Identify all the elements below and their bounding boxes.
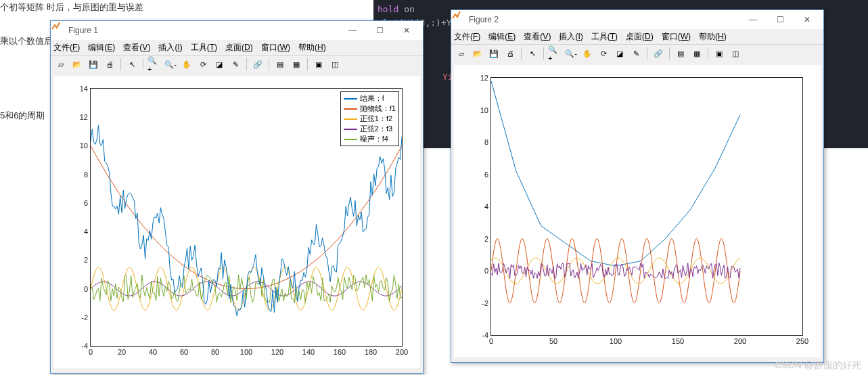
open-icon[interactable]: 📂 bbox=[70, 57, 85, 72]
legend[interactable]: 结果：f抛物线：f1正弦1：f2正弦2：f3噪声：f4 bbox=[340, 91, 399, 146]
x-tick: 200 bbox=[396, 346, 408, 356]
separator bbox=[521, 47, 522, 60]
subplot-icon[interactable]: ▣ bbox=[311, 57, 326, 72]
toolbar: ▱📂💾🖨↖🔍+🔍-✋⟳◪✎🔗▤▦▣◫ bbox=[451, 45, 823, 62]
datatip-icon[interactable]: ◪ bbox=[612, 46, 627, 61]
menu-item[interactable]: 查看(V) bbox=[524, 31, 551, 43]
print-icon[interactable]: 🖨 bbox=[102, 57, 117, 72]
figure-2-window[interactable]: Figure 2 — ☐ ✕ 文件(F)编辑(E)查看(V)插入(I)工具(T)… bbox=[451, 9, 824, 363]
dock-icon[interactable]: ◫ bbox=[327, 57, 342, 72]
zoom-in-icon[interactable]: 🔍+ bbox=[547, 46, 562, 61]
zoom-out-icon[interactable]: 🔍- bbox=[564, 46, 578, 61]
title-bar[interactable]: Figure 2 — ☐ ✕ bbox=[451, 10, 823, 29]
separator bbox=[307, 58, 308, 70]
y-tick: 2 bbox=[84, 256, 91, 264]
link-icon[interactable]: 🔗 bbox=[250, 57, 265, 72]
axes[interactable]: -4-2024681012050100150200250 bbox=[490, 77, 803, 336]
watermark: CSDN @舒服的好死 bbox=[775, 359, 861, 372]
menu-item[interactable]: 插入(I) bbox=[559, 31, 583, 43]
menu-item[interactable]: 插入(I) bbox=[158, 42, 182, 53]
legend-icon[interactable]: ▦ bbox=[289, 57, 304, 72]
minimize-button[interactable]: — bbox=[739, 10, 767, 29]
print-icon[interactable]: 🖨 bbox=[503, 46, 518, 61]
y-tick: 4 bbox=[484, 202, 491, 211]
figure-1-window[interactable]: Figure 1 — ☐ ✕ 文件(F)编辑(E)查看(V)插入(I)工具(T)… bbox=[50, 20, 424, 374]
plot-area[interactable]: 结果：f抛物线：f1正弦1：f2正弦2：f3噪声：f4 -4-202468101… bbox=[53, 76, 420, 368]
y-tick: 14 bbox=[80, 85, 91, 93]
toolbar: ▱📂💾🖨↖🔍+🔍-✋⟳◪✎🔗▤▦▣◫ bbox=[51, 56, 423, 73]
y-tick: 12 bbox=[80, 113, 91, 121]
legend-row: 结果：f bbox=[344, 93, 396, 104]
separator bbox=[269, 58, 269, 70]
window-title: Figure 2 bbox=[469, 15, 739, 24]
dock-icon[interactable]: ◫ bbox=[728, 46, 743, 61]
separator bbox=[143, 58, 143, 70]
close-button[interactable]: ✕ bbox=[393, 21, 420, 40]
y-tick: 8 bbox=[484, 138, 491, 146]
y-tick: 4 bbox=[84, 227, 91, 236]
y-tick: 0 bbox=[84, 285, 91, 293]
menu-item[interactable]: 工具(T) bbox=[591, 31, 618, 43]
open-icon[interactable]: 📂 bbox=[470, 46, 485, 61]
menu-item[interactable]: 文件(F) bbox=[53, 42, 80, 53]
save-icon[interactable]: 💾 bbox=[486, 46, 501, 61]
matlab-icon bbox=[53, 25, 64, 36]
new-file-icon[interactable]: ▱ bbox=[53, 57, 68, 72]
menu-bar: 文件(F)编辑(E)查看(V)插入(I)工具(T)桌面(D)窗口(W)帮助(H) bbox=[451, 29, 823, 45]
x-tick: 40 bbox=[149, 346, 157, 356]
separator bbox=[708, 47, 708, 60]
y-tick: 2 bbox=[484, 235, 491, 243]
pointer-icon[interactable]: ↖ bbox=[525, 46, 540, 61]
maximize-button[interactable]: ☐ bbox=[366, 21, 393, 40]
x-tick: 0 bbox=[89, 346, 93, 356]
plot-area[interactable]: -4-2024681012050100150200250 bbox=[454, 65, 821, 357]
link-icon[interactable]: 🔗 bbox=[651, 46, 666, 61]
legend-label: 正弦2：f3 bbox=[360, 124, 392, 134]
y-tick: 6 bbox=[84, 199, 91, 207]
subplot-icon[interactable]: ▣ bbox=[712, 46, 727, 61]
zoom-in-icon[interactable]: 🔍+ bbox=[147, 57, 162, 72]
y-tick: -2 bbox=[482, 299, 491, 307]
rotate-icon[interactable]: ⟳ bbox=[196, 57, 210, 72]
menu-item[interactable]: 桌面(D) bbox=[626, 31, 654, 43]
menu-item[interactable]: 文件(F) bbox=[454, 31, 480, 43]
x-tick: 180 bbox=[365, 346, 377, 356]
zoom-out-icon[interactable]: 🔍- bbox=[163, 57, 178, 72]
menu-item[interactable]: 工具(T) bbox=[191, 42, 217, 53]
menu-item[interactable]: 编辑(E) bbox=[488, 31, 516, 43]
separator bbox=[669, 47, 670, 60]
x-tick: 0 bbox=[489, 335, 493, 345]
pointer-icon[interactable]: ↖ bbox=[124, 57, 139, 72]
y-tick: 0 bbox=[484, 267, 491, 275]
menu-item[interactable]: 窗口(W) bbox=[261, 42, 290, 53]
y-tick: -2 bbox=[81, 313, 91, 322]
pan-icon[interactable]: ✋ bbox=[179, 57, 194, 72]
close-button[interactable]: ✕ bbox=[794, 10, 821, 29]
menu-item[interactable]: 帮助(H) bbox=[699, 31, 727, 43]
new-file-icon[interactable]: ▱ bbox=[454, 46, 469, 61]
x-tick: 80 bbox=[211, 346, 219, 356]
brush-icon[interactable]: ✎ bbox=[228, 57, 243, 72]
maximize-button[interactable]: ☐ bbox=[767, 10, 794, 29]
axes[interactable]: 结果：f抛物线：f1正弦1：f2正弦2：f3噪声：f4 -4-202468101… bbox=[90, 88, 403, 347]
menu-item[interactable]: 查看(V) bbox=[123, 42, 150, 53]
menu-item[interactable]: 窗口(W) bbox=[662, 31, 691, 43]
legend-row: 噪声：f4 bbox=[344, 134, 396, 144]
rotate-icon[interactable]: ⟳ bbox=[596, 46, 611, 61]
x-tick: 100 bbox=[610, 335, 622, 345]
menu-item[interactable]: 帮助(H) bbox=[298, 42, 326, 53]
legend-row: 抛物线：f1 bbox=[344, 104, 396, 114]
legend-row: 正弦1：f2 bbox=[344, 114, 396, 124]
datatip-icon[interactable]: ◪ bbox=[212, 57, 227, 72]
colorbar-icon[interactable]: ▤ bbox=[673, 46, 688, 61]
colorbar-icon[interactable]: ▤ bbox=[273, 57, 288, 72]
menu-item[interactable]: 桌面(D) bbox=[225, 42, 253, 53]
pan-icon[interactable]: ✋ bbox=[580, 46, 595, 61]
brush-icon[interactable]: ✎ bbox=[629, 46, 643, 61]
legend-icon[interactable]: ▦ bbox=[689, 46, 704, 61]
minimize-button[interactable]: — bbox=[339, 21, 366, 40]
title-bar[interactable]: Figure 1 — ☐ ✕ bbox=[51, 21, 423, 40]
x-tick: 50 bbox=[549, 335, 557, 345]
save-icon[interactable]: 💾 bbox=[86, 57, 101, 72]
menu-item[interactable]: 编辑(E) bbox=[88, 42, 115, 53]
